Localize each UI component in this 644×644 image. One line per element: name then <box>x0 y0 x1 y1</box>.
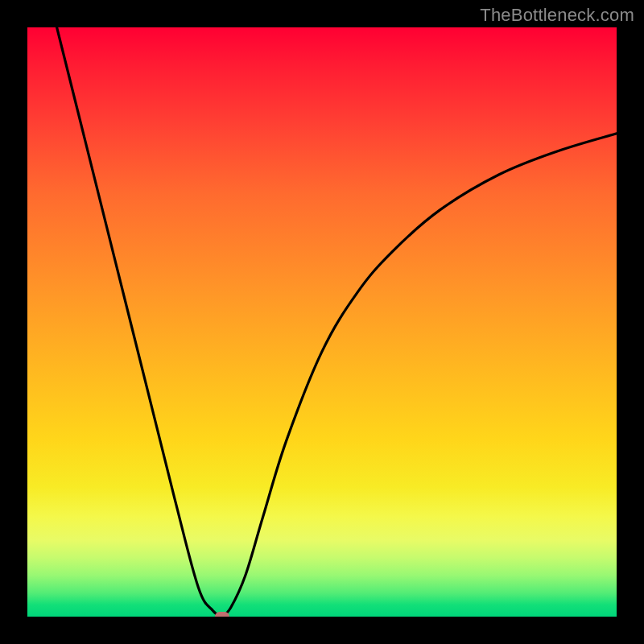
plot-area <box>27 27 617 617</box>
curve-minimum-marker <box>215 612 229 617</box>
chart-container: TheBottleneck.com <box>0 0 644 644</box>
bottleneck-curve <box>27 27 617 617</box>
watermark-label: TheBottleneck.com <box>480 5 634 26</box>
